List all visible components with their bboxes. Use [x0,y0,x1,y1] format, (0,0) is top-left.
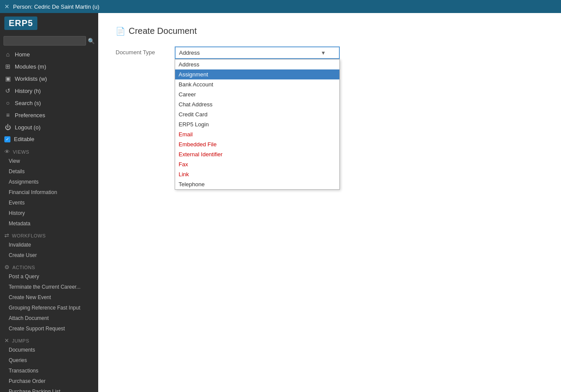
workflows-section-icon: ⇄ [4,232,10,239]
sidebar-item-modules[interactable]: ⊞ Modules (m) [0,60,98,72]
logout-icon: ⏻ [4,124,11,131]
document-type-dropdown[interactable]: Address ▼ AddressAssignmentBank AccountC… [175,46,340,59]
sidebar-subitem-history[interactable]: History [0,208,98,218]
sidebar-item-home-label: Home [15,51,30,58]
dropdown-list: AddressAssignmentBank AccountCareerChat … [175,59,340,190]
document-icon: 📄 [116,26,125,36]
sidebar-subitem-invalidate[interactable]: Invalidate [0,240,98,250]
editable-toggle[interactable]: ✓ Editable [0,133,98,145]
dropdown-option[interactable]: External Identifier [175,149,339,159]
sidebar-subitem-queries[interactable]: Queries [0,355,98,366]
sidebar-subitem-events[interactable]: Events [0,198,98,208]
sidebar-subitem-documents[interactable]: Documents [0,345,98,355]
sidebar-item-modules-label: Modules (m) [15,63,46,70]
dropdown-option[interactable]: Fax [175,159,339,169]
page-title: Create Document [129,26,197,36]
editable-label: Editable [14,136,34,142]
tab-close-icon[interactable]: ✕ [4,3,10,10]
jumps-section-header: ✕ JUMPS [0,334,98,345]
sidebar-subitem-attach-document[interactable]: Attach Document [0,313,98,323]
dropdown-option[interactable]: Telephone [175,179,339,189]
sidebar-subitem-post-query[interactable]: Post a Query [0,271,98,282]
search-nav-icon: ○ [4,99,11,106]
dropdown-option[interactable]: Chat Address [175,99,339,109]
worklists-icon: ▣ [4,75,11,82]
sidebar-subitem-create-new-event[interactable]: Create New Event [0,292,98,303]
sidebar-subitem-assignments[interactable]: Assignments [0,177,98,187]
document-type-label: Document Type [116,46,168,56]
sidebar-item-search[interactable]: ○ Search (s) [0,97,98,109]
dropdown-current-value: Address [179,49,200,56]
dropdown-option[interactable]: ERP5 Login [175,119,339,129]
topbar: ✕ Person: Cedric De Saint Martin (u) [0,0,561,13]
sidebar-item-preferences[interactable]: ≡ Preferences [0,109,98,121]
sidebar-item-history[interactable]: ↺ History (h) [0,85,98,97]
dropdown-selected-value[interactable]: Address ▼ [175,46,340,59]
dropdown-option[interactable]: Link [175,169,339,179]
actions-section-header: ⚙ ACTIONS [0,260,98,271]
dropdown-option[interactable]: Bank Account [175,79,339,89]
document-type-row: Document Type Address ▼ AddressAssignmen… [116,46,544,59]
sidebar-subitem-view[interactable]: View [0,156,98,166]
dropdown-option[interactable]: Credit Card [175,109,339,119]
sidebar-subitem-create-support-request[interactable]: Create Support Request [0,323,98,334]
logo-area: ERP5 [0,13,98,33]
sidebar-subitem-metadata[interactable]: Metadata [0,218,98,229]
search-input[interactable] [3,36,86,46]
dropdown-arrow-icon: ▼ [321,50,326,56]
dropdown-option[interactable]: Assignment [175,69,339,79]
content-area: 📄 Create Document Document Type Address … [98,13,561,392]
sidebar-subitem-transactions[interactable]: Transactions [0,366,98,376]
dropdown-option[interactable]: Embedded File [175,139,339,149]
sidebar-subitem-grouping-reference[interactable]: Grouping Reference Fast Input [0,303,98,313]
sidebar-subitem-details[interactable]: Details [0,166,98,177]
sidebar-item-home[interactable]: ⌂ Home [0,48,98,60]
actions-section-icon: ⚙ [4,264,10,270]
sidebar-subitem-terminate-career[interactable]: Terminate the Current Career... [0,282,98,292]
logo: ERP5 [4,16,37,30]
main-layout: ERP5 🔍 ⌂ Home ⊞ Modules (m) ▣ Worklists … [0,13,561,392]
tab-title: Person: Cedric De Saint Martin (u) [13,3,100,10]
preferences-icon: ≡ [4,112,11,119]
sidebar-item-logout-label: Logout (o) [15,124,40,131]
sidebar-item-worklists-label: Worklists (w) [15,76,47,82]
views-section-icon: 👁 [4,148,10,155]
sidebar-item-preferences-label: Preferences [15,112,45,119]
dropdown-option[interactable]: Career [175,89,339,99]
page-title-row: 📄 Create Document [116,26,544,36]
modules-icon: ⊞ [4,63,11,70]
sidebar-subitem-purchase-order[interactable]: Purchase Order [0,376,98,386]
search-icon[interactable]: 🔍 [88,38,95,44]
workflows-section-header: ⇄ WORKFLOWS [0,229,98,240]
jumps-section-icon: ✕ [4,337,10,344]
views-section-header: 👁 VIEWS [0,145,98,156]
sidebar-subitem-financial-information[interactable]: Financial Information [0,187,98,198]
sidebar: ERP5 🔍 ⌂ Home ⊞ Modules (m) ▣ Worklists … [0,13,98,392]
history-icon: ↺ [4,87,11,94]
sidebar-item-worklists[interactable]: ▣ Worklists (w) [0,72,98,85]
dropdown-option[interactable]: Email [175,129,339,139]
sidebar-item-history-label: History (h) [15,88,41,94]
sidebar-subitem-create-user[interactable]: Create User [0,250,98,260]
sidebar-subitem-purchase-packing-list[interactable]: Purchase Packing List [0,386,98,392]
sidebar-search-bar: 🔍 [0,33,98,48]
sidebar-item-logout[interactable]: ⏻ Logout (o) [0,121,98,133]
sidebar-item-search-label: Search (s) [15,100,41,106]
home-icon: ⌂ [4,51,11,58]
checkbox-icon: ✓ [4,136,10,142]
dropdown-option[interactable]: Address [175,59,339,69]
